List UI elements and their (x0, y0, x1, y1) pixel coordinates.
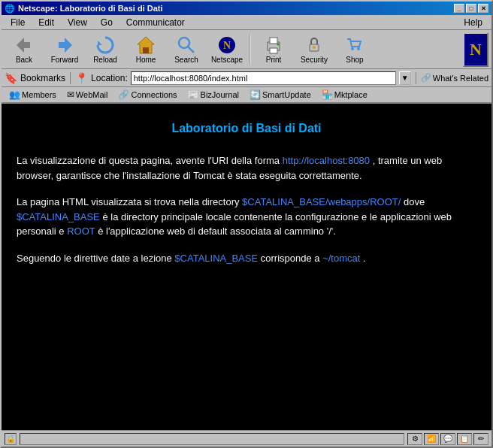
menu-file[interactable]: File (5, 16, 31, 29)
personal-smartupdate[interactable]: 🔄 SmartUpdate (245, 89, 316, 101)
connections-icon: 🔗 (118, 89, 129, 100)
catalina-base-link[interactable]: $CATALINA_BASE (17, 211, 100, 222)
location-bar: 🔖 Bookmarks 📍 Location: ▼ 🔗 What's Relat… (2, 69, 491, 87)
print-label: Print (266, 56, 282, 64)
reload-button[interactable]: Reload (86, 32, 125, 67)
shop-icon (344, 35, 365, 56)
status-icon-2: 📶 (424, 433, 439, 445)
svg-point-15 (351, 47, 354, 50)
tomcat-link[interactable]: ~/tomcat (322, 253, 360, 264)
catalina-base-webapps-link[interactable]: $CATALINA_BASE/webapps/ROOT/ (242, 196, 401, 207)
back-label: Back (16, 56, 32, 64)
location-label: Location: (91, 73, 128, 83)
title-bar-controls: _ □ ✕ (454, 4, 488, 13)
menu-go[interactable]: Go (95, 16, 119, 29)
toolbar: Back Forward Reload (2, 30, 491, 69)
personal-connections[interactable]: 🔗 Connections (113, 89, 181, 101)
whats-related-button[interactable]: 🔗 What's Related (421, 73, 488, 83)
title-bar: 🌐 Netscape: Laboratorio di Basi di Dati … (2, 2, 491, 15)
close-button[interactable]: ✕ (478, 4, 488, 13)
content-area: Laboratorio di Basi di Dati La visualizz… (2, 104, 491, 430)
netscape-icon: N (216, 35, 237, 56)
whats-related-label: What's Related (433, 74, 488, 83)
home-icon (135, 35, 156, 56)
paragraph2-between: dove (401, 196, 425, 207)
back-button[interactable]: Back (5, 32, 44, 67)
browser-window: 🌐 Netscape: Laboratorio di Basi di Dati … (0, 0, 493, 448)
netscape-label: Netscape (211, 56, 243, 64)
members-icon: 👥 (9, 89, 20, 100)
smartupdate-icon: 🔄 (250, 89, 261, 100)
svg-marker-0 (17, 38, 30, 53)
status-icon-1: ⚙ (407, 433, 422, 445)
status-right: ⚙ 📶 💬 📋 ✏ (407, 433, 488, 445)
netscape-button[interactable]: N Netscape (207, 32, 246, 67)
svg-marker-1 (59, 38, 72, 53)
location-separator (70, 72, 71, 84)
menu-help[interactable]: Help (458, 16, 488, 29)
home-button[interactable]: Home (126, 32, 165, 67)
search-button[interactable]: Search (167, 32, 206, 67)
print-icon (263, 35, 284, 56)
catalina-base-link2[interactable]: $CATALINA_BASE (174, 253, 258, 264)
print-button[interactable]: Print (254, 32, 293, 67)
back-icon (14, 35, 35, 56)
window-title: Netscape: Laboratorio di Basi di Dati (18, 4, 163, 13)
url-input[interactable] (131, 71, 396, 85)
minimize-button[interactable]: _ (454, 4, 464, 13)
menu-communicator[interactable]: Communicator (120, 16, 191, 29)
svg-point-16 (357, 47, 360, 50)
personal-members[interactable]: 👥 Members (5, 89, 61, 101)
svg-point-5 (179, 38, 189, 48)
svg-rect-10 (270, 38, 277, 44)
status-icon-5: ✏ (473, 433, 488, 445)
svg-line-6 (188, 47, 194, 53)
paragraph3-between: corrisponde a (258, 253, 322, 264)
reload-label: Reload (93, 56, 117, 64)
shop-label: Shop (346, 56, 363, 64)
page-title: Laboratorio di Basi di Dati (17, 122, 476, 135)
url-dropdown[interactable]: ▼ (399, 71, 411, 85)
home-label: Home (136, 56, 156, 64)
svg-text:N: N (223, 40, 231, 51)
webmail-icon: ✉ (67, 89, 74, 100)
toolbar-separator (250, 35, 251, 65)
bookmark-icon: 🔖 (5, 72, 17, 84)
maximize-button[interactable]: □ (466, 4, 476, 13)
svg-point-12 (277, 44, 280, 46)
status-lock-icon: 🔒 (5, 433, 17, 445)
netscape-n-button[interactable]: N (463, 32, 488, 67)
bookmarks-label[interactable]: Bookmarks (20, 73, 65, 83)
localhost-link[interactable]: http://localhost:8080 (283, 155, 370, 166)
personal-bizjournal[interactable]: 📰 BizJournal (183, 89, 243, 101)
forward-button[interactable]: Forward (45, 32, 84, 67)
connections-label: Connections (131, 90, 177, 99)
svg-rect-11 (270, 48, 277, 53)
shop-button[interactable]: Shop (335, 32, 374, 67)
personal-webmail[interactable]: ✉ WebMail (62, 89, 113, 101)
security-button[interactable]: Security (295, 32, 334, 67)
forward-icon (54, 35, 75, 56)
bizjournal-label: BizJournal (201, 90, 239, 99)
menu-view[interactable]: View (62, 16, 93, 29)
status-text (20, 433, 404, 445)
paragraph-1: La visualizzazione di questa pagina, ave… (17, 153, 476, 183)
menu-edit[interactable]: Edit (32, 16, 60, 29)
status-bar: 🔒 ⚙ 📶 💬 📋 ✏ (2, 430, 491, 446)
title-bar-left: 🌐 Netscape: Laboratorio di Basi di Dati (5, 4, 163, 14)
personal-mktplace[interactable]: 🏪 Mktplace (317, 89, 372, 101)
status-icon-4: 📋 (457, 433, 472, 445)
paragraph3-after: . (360, 253, 365, 264)
paragraph2-after2: è l'applicazione web di default associat… (95, 226, 336, 237)
forward-label: Forward (51, 56, 79, 64)
whats-related-icon: 🔗 (421, 73, 431, 83)
root-link[interactable]: ROOT (67, 226, 95, 237)
svg-rect-4 (143, 47, 149, 53)
menu-bar: File Edit View Go Communicator Help (2, 15, 491, 30)
browser-icon: 🌐 (5, 4, 15, 14)
location-separator2 (416, 72, 416, 84)
search-icon (176, 35, 197, 56)
smartupdate-label: SmartUpdate (262, 90, 311, 99)
security-icon (304, 35, 325, 56)
paragraph2-before: La pagina HTML visualizzata si trova nel… (17, 196, 242, 207)
